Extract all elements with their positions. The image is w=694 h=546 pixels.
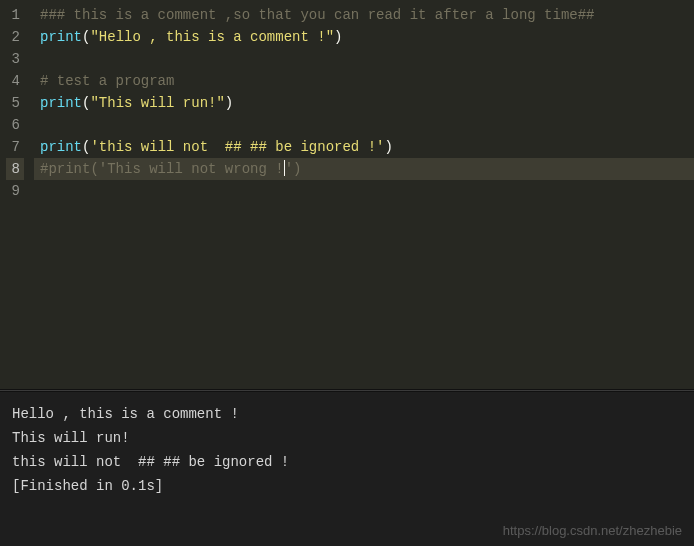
code-token: # test a program: [40, 73, 174, 89]
code-token: 'this will not ## ## be ignored !': [90, 139, 384, 155]
code-token: #print('This will not wrong !: [40, 161, 284, 177]
line-number-gutter: 123456789: [0, 0, 34, 389]
line-number: 6: [6, 114, 24, 136]
output-line: This will run!: [12, 426, 682, 450]
code-text-area[interactable]: ### this is a comment ,so that you can r…: [34, 0, 694, 389]
code-token: '): [285, 161, 302, 177]
code-token: print: [40, 95, 82, 111]
code-line[interactable]: print("Hello , this is a comment !"): [34, 26, 694, 48]
output-line: this will not ## ## be ignored !: [12, 450, 682, 474]
watermark-text: https://blog.csdn.net/zhezhebie: [503, 523, 682, 538]
line-number: 8: [6, 158, 24, 180]
code-line[interactable]: #print('This will not wrong !'): [34, 158, 694, 180]
code-line[interactable]: print("This will run!"): [34, 92, 694, 114]
code-token: print: [40, 139, 82, 155]
code-token: ): [334, 29, 342, 45]
code-token: print: [40, 29, 82, 45]
line-number: 7: [6, 136, 24, 158]
build-output-pane[interactable]: Hello , this is a comment !This will run…: [0, 392, 694, 546]
code-token: ): [225, 95, 233, 111]
code-line[interactable]: [34, 180, 694, 202]
code-line[interactable]: [34, 48, 694, 70]
code-line[interactable]: print('this will not ## ## be ignored !'…: [34, 136, 694, 158]
line-number: 3: [6, 48, 24, 70]
line-number: 1: [6, 4, 24, 26]
line-number: 9: [6, 180, 24, 202]
code-line[interactable]: [34, 114, 694, 136]
output-line: Hello , this is a comment !: [12, 402, 682, 426]
line-number: 5: [6, 92, 24, 114]
output-line: [Finished in 0.1s]: [12, 474, 682, 498]
code-line[interactable]: # test a program: [34, 70, 694, 92]
code-token: "This will run!": [90, 95, 224, 111]
line-number: 4: [6, 70, 24, 92]
code-line[interactable]: ### this is a comment ,so that you can r…: [34, 4, 694, 26]
code-token: ### this is a comment ,so that you can r…: [40, 7, 595, 23]
code-token: "Hello , this is a comment !": [90, 29, 334, 45]
line-number: 2: [6, 26, 24, 48]
code-token: ): [384, 139, 392, 155]
code-editor-pane[interactable]: 123456789 ### this is a comment ,so that…: [0, 0, 694, 389]
